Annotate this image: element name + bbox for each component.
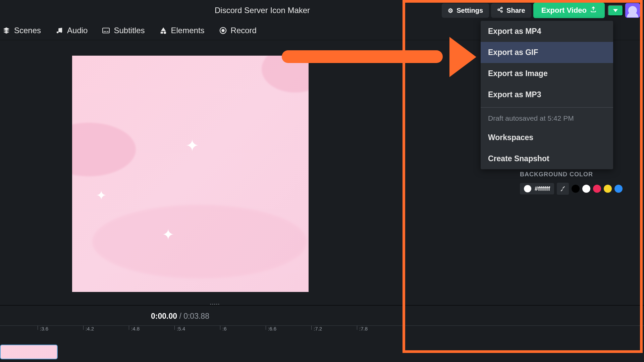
export-mp4-option[interactable]: Export as MP4 — [481, 21, 613, 42]
ruler-tick: :7.2 — [311, 326, 322, 330]
svg-point-10 — [163, 31, 166, 34]
color-swatch-yellow[interactable] — [604, 185, 612, 193]
sparkle-icon: ✦ — [162, 226, 174, 243]
color-hex-value: #ffffff — [535, 185, 550, 192]
decoration — [262, 56, 309, 93]
tab-record[interactable]: Record — [219, 26, 257, 35]
timeline-clip[interactable] — [0, 345, 58, 359]
svg-rect-6 — [104, 31, 106, 32]
autosave-status: Draft autosaved at 5:42 PM — [481, 110, 613, 127]
decoration — [72, 123, 136, 176]
color-hex-input[interactable]: #ffffff — [520, 183, 554, 194]
svg-point-12 — [221, 29, 224, 32]
timeline-ruler[interactable]: :3.6 :4.2 :4.8 :5.4 :6 :6.6 :7.2 :7.8 — [0, 325, 644, 334]
create-snapshot-option[interactable]: Create Snapshot — [481, 148, 613, 169]
svg-line-4 — [499, 10, 501, 11]
music-note-icon — [56, 27, 63, 34]
divider — [481, 107, 613, 108]
shapes-icon — [160, 27, 167, 34]
ruler-tick: :6.6 — [266, 326, 276, 330]
record-icon — [219, 27, 227, 34]
export-gif-option[interactable]: Export as GIF — [481, 42, 613, 63]
export-mp3-option[interactable]: Export as MP3 — [481, 84, 613, 105]
workspaces-option[interactable]: Workspaces — [481, 127, 613, 148]
ruler-tick: :7.8 — [357, 326, 368, 330]
subtitles-icon — [102, 27, 110, 34]
timeline[interactable]: 0:00.00 / 0:03.88 :3.6 :4.2 :4.8 :5.4 :6… — [0, 305, 644, 362]
tab-subtitles[interactable]: Subtitles — [102, 26, 145, 35]
ruler-tick: :4.2 — [83, 326, 94, 330]
svg-rect-9 — [160, 32, 163, 34]
total-time: 0:03.88 — [183, 312, 209, 320]
time-display: 0:00.00 / 0:03.88 — [151, 306, 644, 325]
scenes-label: Scenes — [14, 26, 41, 35]
export-dropdown-menu: Export as MP4 Export as GIF Export as Im… — [481, 21, 613, 169]
sparkle-icon: ✦ — [96, 188, 107, 203]
current-color-swatch — [524, 185, 531, 192]
eyedropper-icon — [560, 186, 566, 192]
share-button[interactable]: Share — [491, 3, 531, 18]
ruler-tick: :3.6 — [38, 326, 48, 330]
export-label: Export Video — [541, 6, 587, 15]
ruler-tick: :5.4 — [174, 326, 185, 330]
gear-icon — [448, 7, 453, 14]
svg-marker-8 — [161, 27, 166, 31]
svg-point-0 — [501, 7, 502, 9]
svg-rect-5 — [103, 28, 109, 33]
record-label: Record — [231, 26, 257, 35]
svg-rect-7 — [107, 31, 109, 32]
project-title[interactable]: Discord Server Icon Maker — [215, 6, 310, 15]
svg-point-1 — [498, 9, 499, 10]
color-swatch-blue[interactable] — [614, 185, 623, 193]
tab-scenes[interactable]: Scenes — [3, 26, 41, 35]
ruler-tick: :6 — [220, 326, 227, 330]
current-time: 0:00.00 — [151, 312, 177, 320]
export-dropdown-toggle[interactable] — [608, 5, 623, 16]
avatar-icon — [628, 6, 637, 15]
user-avatar[interactable] — [625, 3, 640, 18]
svg-line-3 — [499, 8, 501, 9]
time-separator: / — [177, 312, 183, 320]
color-swatch-black[interactable] — [572, 185, 580, 193]
export-video-button[interactable]: Export Video — [533, 3, 605, 18]
sparkle-icon: ✦ — [185, 136, 199, 155]
layers-icon — [3, 27, 10, 34]
eyedropper-button[interactable] — [557, 183, 569, 195]
ruler-tick: :4.8 — [129, 326, 140, 330]
tab-audio[interactable]: Audio — [56, 26, 88, 35]
audio-label: Audio — [67, 26, 88, 35]
subtitles-label: Subtitles — [114, 26, 145, 35]
upload-icon — [590, 6, 597, 15]
decoration — [92, 205, 307, 279]
share-icon — [497, 7, 503, 14]
background-color-label: BACKGROUND COLOR — [520, 171, 634, 178]
settings-button[interactable]: Settings — [442, 3, 489, 18]
settings-label: Settings — [457, 7, 483, 14]
preview-canvas[interactable]: ✦ ✦ ✦ — [72, 56, 309, 292]
color-swatch-red[interactable] — [593, 185, 601, 193]
chevron-down-icon — [613, 9, 618, 12]
svg-point-2 — [501, 11, 502, 12]
drag-handle-icon[interactable] — [210, 304, 219, 305]
share-label: Share — [506, 7, 525, 14]
elements-label: Elements — [171, 26, 205, 35]
color-swatch-white[interactable] — [582, 185, 590, 193]
tab-elements[interactable]: Elements — [160, 26, 205, 35]
export-image-option[interactable]: Export as Image — [481, 63, 613, 84]
